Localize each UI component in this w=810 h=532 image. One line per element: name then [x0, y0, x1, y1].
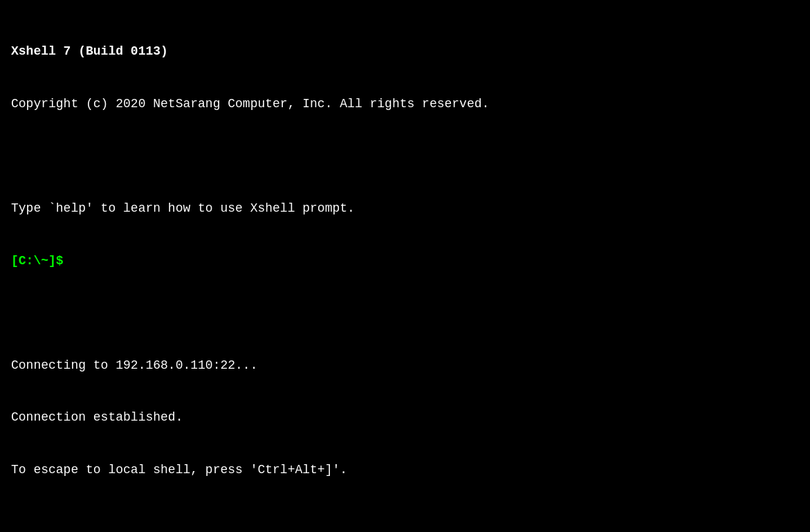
line-prompt1: [C:\~]$ [11, 253, 799, 270]
line-title: Xshell 7 (Build 0113) [11, 43, 799, 60]
line-connecting: Connecting to 192.168.0.110:22... [11, 357, 799, 374]
line-copyright: Copyright (c) 2020 NetSarang Computer, I… [11, 95, 799, 113]
line-established: Connection established. [11, 409, 799, 426]
line-empty2 [11, 304, 799, 322]
terminal-window: Xshell 7 (Build 0113) Copyright (c) 2020… [0, 0, 810, 532]
line-help: Type `help' to learn how to use Xshell p… [11, 200, 799, 217]
line-empty1 [11, 148, 799, 165]
line-empty3 [11, 513, 799, 531]
line-escape: To escape to local shell, press 'Ctrl+Al… [11, 461, 799, 479]
